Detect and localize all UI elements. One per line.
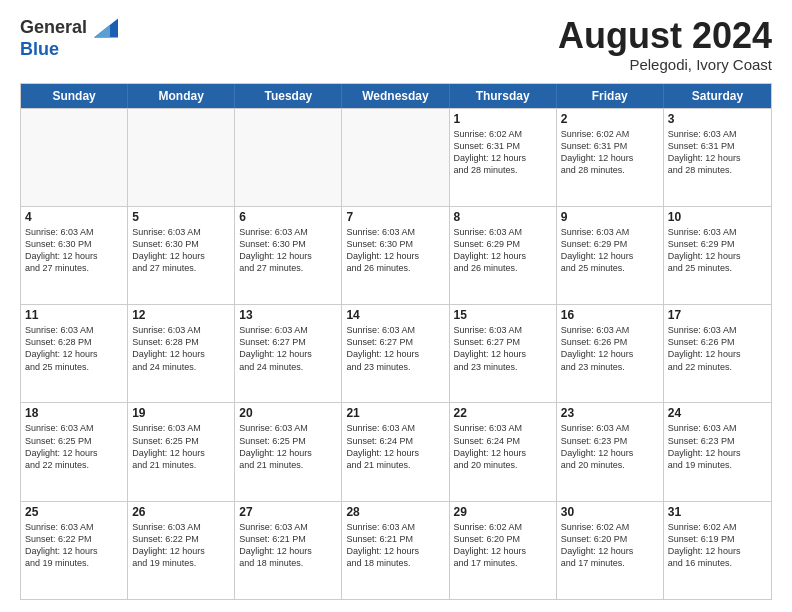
calendar-cell: 26Sunrise: 6:03 AM Sunset: 6:22 PM Dayli… — [128, 502, 235, 599]
cell-info: Sunrise: 6:03 AM Sunset: 6:25 PM Dayligh… — [132, 422, 230, 471]
title-block: August 2024 Pelegodi, Ivory Coast — [558, 16, 772, 73]
logo-icon — [94, 16, 118, 40]
cell-info: Sunrise: 6:03 AM Sunset: 6:30 PM Dayligh… — [346, 226, 444, 275]
day-number: 20 — [239, 406, 337, 420]
location: Pelegodi, Ivory Coast — [558, 56, 772, 73]
day-number: 16 — [561, 308, 659, 322]
day-number: 25 — [25, 505, 123, 519]
calendar-row-2: 4Sunrise: 6:03 AM Sunset: 6:30 PM Daylig… — [21, 206, 771, 304]
header-tuesday: Tuesday — [235, 84, 342, 108]
cell-info: Sunrise: 6:03 AM Sunset: 6:22 PM Dayligh… — [25, 521, 123, 570]
calendar-cell: 8Sunrise: 6:03 AM Sunset: 6:29 PM Daylig… — [450, 207, 557, 304]
cell-info: Sunrise: 6:03 AM Sunset: 6:30 PM Dayligh… — [25, 226, 123, 275]
cell-info: Sunrise: 6:03 AM Sunset: 6:25 PM Dayligh… — [25, 422, 123, 471]
calendar-cell: 31Sunrise: 6:02 AM Sunset: 6:19 PM Dayli… — [664, 502, 771, 599]
day-number: 3 — [668, 112, 767, 126]
logo: General Blue — [20, 16, 118, 60]
cell-info: Sunrise: 6:02 AM Sunset: 6:31 PM Dayligh… — [561, 128, 659, 177]
cell-info: Sunrise: 6:03 AM Sunset: 6:28 PM Dayligh… — [25, 324, 123, 373]
calendar-cell: 30Sunrise: 6:02 AM Sunset: 6:20 PM Dayli… — [557, 502, 664, 599]
calendar-cell: 17Sunrise: 6:03 AM Sunset: 6:26 PM Dayli… — [664, 305, 771, 402]
calendar-cell: 9Sunrise: 6:03 AM Sunset: 6:29 PM Daylig… — [557, 207, 664, 304]
cell-info: Sunrise: 6:03 AM Sunset: 6:23 PM Dayligh… — [668, 422, 767, 471]
cell-info: Sunrise: 6:03 AM Sunset: 6:30 PM Dayligh… — [132, 226, 230, 275]
cell-info: Sunrise: 6:03 AM Sunset: 6:29 PM Dayligh… — [668, 226, 767, 275]
day-number: 19 — [132, 406, 230, 420]
header: General Blue August 2024 Pelegodi, Ivory… — [20, 16, 772, 73]
calendar-cell: 1Sunrise: 6:02 AM Sunset: 6:31 PM Daylig… — [450, 109, 557, 206]
calendar-cell: 20Sunrise: 6:03 AM Sunset: 6:25 PM Dayli… — [235, 403, 342, 500]
calendar-cell: 2Sunrise: 6:02 AM Sunset: 6:31 PM Daylig… — [557, 109, 664, 206]
day-number: 29 — [454, 505, 552, 519]
calendar-cell — [21, 109, 128, 206]
day-number: 22 — [454, 406, 552, 420]
day-number: 6 — [239, 210, 337, 224]
cell-info: Sunrise: 6:03 AM Sunset: 6:21 PM Dayligh… — [239, 521, 337, 570]
cell-info: Sunrise: 6:03 AM Sunset: 6:27 PM Dayligh… — [239, 324, 337, 373]
cell-info: Sunrise: 6:03 AM Sunset: 6:29 PM Dayligh… — [454, 226, 552, 275]
cell-info: Sunrise: 6:02 AM Sunset: 6:20 PM Dayligh… — [454, 521, 552, 570]
day-number: 24 — [668, 406, 767, 420]
calendar-cell: 13Sunrise: 6:03 AM Sunset: 6:27 PM Dayli… — [235, 305, 342, 402]
cell-info: Sunrise: 6:03 AM Sunset: 6:30 PM Dayligh… — [239, 226, 337, 275]
day-number: 18 — [25, 406, 123, 420]
calendar-cell: 15Sunrise: 6:03 AM Sunset: 6:27 PM Dayli… — [450, 305, 557, 402]
cell-info: Sunrise: 6:03 AM Sunset: 6:24 PM Dayligh… — [346, 422, 444, 471]
calendar-cell: 23Sunrise: 6:03 AM Sunset: 6:23 PM Dayli… — [557, 403, 664, 500]
calendar-cell: 4Sunrise: 6:03 AM Sunset: 6:30 PM Daylig… — [21, 207, 128, 304]
day-number: 26 — [132, 505, 230, 519]
day-number: 4 — [25, 210, 123, 224]
calendar-cell: 11Sunrise: 6:03 AM Sunset: 6:28 PM Dayli… — [21, 305, 128, 402]
day-number: 15 — [454, 308, 552, 322]
day-number: 31 — [668, 505, 767, 519]
cell-info: Sunrise: 6:02 AM Sunset: 6:31 PM Dayligh… — [454, 128, 552, 177]
calendar-row-1: 1Sunrise: 6:02 AM Sunset: 6:31 PM Daylig… — [21, 108, 771, 206]
calendar-cell: 25Sunrise: 6:03 AM Sunset: 6:22 PM Dayli… — [21, 502, 128, 599]
day-number: 30 — [561, 505, 659, 519]
calendar-cell: 12Sunrise: 6:03 AM Sunset: 6:28 PM Dayli… — [128, 305, 235, 402]
calendar-cell: 27Sunrise: 6:03 AM Sunset: 6:21 PM Dayli… — [235, 502, 342, 599]
header-thursday: Thursday — [450, 84, 557, 108]
calendar-cell: 5Sunrise: 6:03 AM Sunset: 6:30 PM Daylig… — [128, 207, 235, 304]
calendar-cell: 22Sunrise: 6:03 AM Sunset: 6:24 PM Dayli… — [450, 403, 557, 500]
day-number: 27 — [239, 505, 337, 519]
logo-general: General — [20, 16, 118, 40]
day-number: 10 — [668, 210, 767, 224]
day-number: 12 — [132, 308, 230, 322]
day-number: 1 — [454, 112, 552, 126]
day-number: 7 — [346, 210, 444, 224]
calendar-cell: 10Sunrise: 6:03 AM Sunset: 6:29 PM Dayli… — [664, 207, 771, 304]
day-number: 21 — [346, 406, 444, 420]
month-title: August 2024 — [558, 16, 772, 56]
calendar-cell: 24Sunrise: 6:03 AM Sunset: 6:23 PM Dayli… — [664, 403, 771, 500]
cell-info: Sunrise: 6:02 AM Sunset: 6:20 PM Dayligh… — [561, 521, 659, 570]
cell-info: Sunrise: 6:03 AM Sunset: 6:21 PM Dayligh… — [346, 521, 444, 570]
day-number: 28 — [346, 505, 444, 519]
calendar-cell: 19Sunrise: 6:03 AM Sunset: 6:25 PM Dayli… — [128, 403, 235, 500]
day-number: 23 — [561, 406, 659, 420]
cell-info: Sunrise: 6:02 AM Sunset: 6:19 PM Dayligh… — [668, 521, 767, 570]
calendar-header: Sunday Monday Tuesday Wednesday Thursday… — [21, 84, 771, 108]
calendar-cell — [235, 109, 342, 206]
page: General Blue August 2024 Pelegodi, Ivory… — [0, 0, 792, 612]
cell-info: Sunrise: 6:03 AM Sunset: 6:25 PM Dayligh… — [239, 422, 337, 471]
calendar-cell: 16Sunrise: 6:03 AM Sunset: 6:26 PM Dayli… — [557, 305, 664, 402]
calendar-row-4: 18Sunrise: 6:03 AM Sunset: 6:25 PM Dayli… — [21, 402, 771, 500]
header-wednesday: Wednesday — [342, 84, 449, 108]
calendar-body: 1Sunrise: 6:02 AM Sunset: 6:31 PM Daylig… — [21, 108, 771, 599]
calendar-cell: 28Sunrise: 6:03 AM Sunset: 6:21 PM Dayli… — [342, 502, 449, 599]
day-number: 11 — [25, 308, 123, 322]
svg-marker-1 — [94, 25, 110, 38]
header-sunday: Sunday — [21, 84, 128, 108]
cell-info: Sunrise: 6:03 AM Sunset: 6:26 PM Dayligh… — [668, 324, 767, 373]
day-number: 17 — [668, 308, 767, 322]
calendar-cell — [342, 109, 449, 206]
header-saturday: Saturday — [664, 84, 771, 108]
day-number: 2 — [561, 112, 659, 126]
calendar-cell: 14Sunrise: 6:03 AM Sunset: 6:27 PM Dayli… — [342, 305, 449, 402]
calendar-cell: 7Sunrise: 6:03 AM Sunset: 6:30 PM Daylig… — [342, 207, 449, 304]
calendar-cell: 6Sunrise: 6:03 AM Sunset: 6:30 PM Daylig… — [235, 207, 342, 304]
cell-info: Sunrise: 6:03 AM Sunset: 6:26 PM Dayligh… — [561, 324, 659, 373]
cell-info: Sunrise: 6:03 AM Sunset: 6:28 PM Dayligh… — [132, 324, 230, 373]
day-number: 13 — [239, 308, 337, 322]
